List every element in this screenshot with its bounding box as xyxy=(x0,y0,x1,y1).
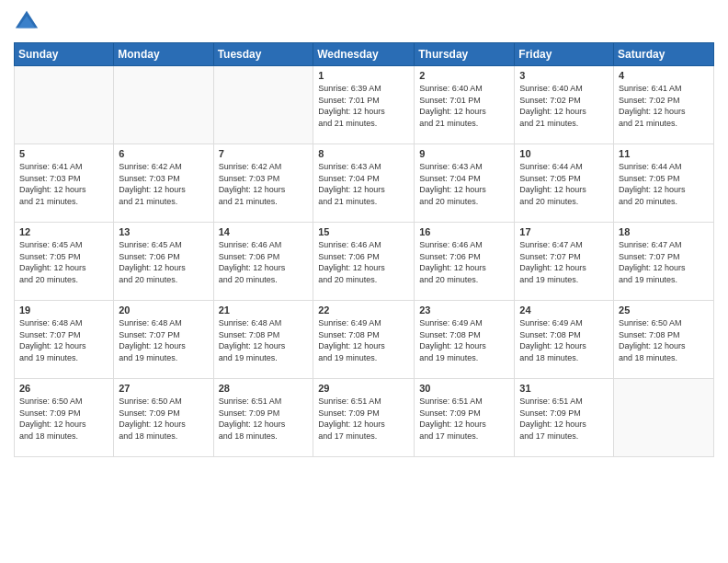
day-number: 28 xyxy=(219,383,309,394)
day-info: Sunrise: 6:50 AMSunset: 7:09 PMDaylight:… xyxy=(19,396,108,442)
calendar-cell: 20Sunrise: 6:48 AMSunset: 7:07 PMDayligh… xyxy=(114,301,213,379)
day-number: 19 xyxy=(19,304,108,316)
day-info: Sunrise: 6:43 AMSunset: 7:04 PMDaylight:… xyxy=(318,161,409,207)
calendar-cell: 24Sunrise: 6:49 AMSunset: 7:08 PMDayligh… xyxy=(515,301,614,379)
weekday-header-wednesday: Wednesday xyxy=(313,43,415,66)
day-info: Sunrise: 6:44 AMSunset: 7:05 PMDaylight:… xyxy=(519,161,609,207)
day-info: Sunrise: 6:48 AMSunset: 7:08 PMDaylight:… xyxy=(219,317,309,363)
day-info: Sunrise: 6:51 AMSunset: 7:09 PMDaylight:… xyxy=(519,396,609,442)
weekday-header-sunday: Sunday xyxy=(15,43,114,66)
day-info: Sunrise: 6:47 AMSunset: 7:07 PMDaylight:… xyxy=(519,239,609,285)
week-row-4: 19Sunrise: 6:48 AMSunset: 7:07 PMDayligh… xyxy=(15,301,714,379)
day-number: 4 xyxy=(619,70,709,81)
day-info: Sunrise: 6:40 AMSunset: 7:01 PMDaylight:… xyxy=(419,83,509,129)
day-info: Sunrise: 6:45 AMSunset: 7:06 PMDaylight:… xyxy=(119,239,208,285)
day-number: 20 xyxy=(119,304,208,316)
calendar-cell: 9Sunrise: 6:43 AMSunset: 7:04 PMDaylight… xyxy=(415,144,515,223)
day-number: 5 xyxy=(19,148,108,159)
calendar-cell: 3Sunrise: 6:40 AMSunset: 7:02 PMDaylight… xyxy=(515,66,614,144)
day-number: 2 xyxy=(419,70,509,81)
week-row-1: 1Sunrise: 6:39 AMSunset: 7:01 PMDaylight… xyxy=(15,66,714,144)
calendar-cell: 10Sunrise: 6:44 AMSunset: 7:05 PMDayligh… xyxy=(515,144,614,223)
day-number: 21 xyxy=(219,304,309,316)
day-number: 27 xyxy=(119,383,208,394)
day-number: 22 xyxy=(318,304,409,316)
day-info: Sunrise: 6:42 AMSunset: 7:03 PMDaylight:… xyxy=(219,161,309,207)
day-info: Sunrise: 6:40 AMSunset: 7:02 PMDaylight:… xyxy=(519,83,609,129)
calendar-cell: 11Sunrise: 6:44 AMSunset: 7:05 PMDayligh… xyxy=(614,144,714,223)
day-info: Sunrise: 6:44 AMSunset: 7:05 PMDaylight:… xyxy=(619,161,709,207)
day-number: 3 xyxy=(519,70,609,81)
day-number: 11 xyxy=(619,148,709,159)
calendar-cell: 6Sunrise: 6:42 AMSunset: 7:03 PMDaylight… xyxy=(114,144,213,223)
day-info: Sunrise: 6:50 AMSunset: 7:08 PMDaylight:… xyxy=(619,317,709,363)
calendar-cell: 7Sunrise: 6:42 AMSunset: 7:03 PMDaylight… xyxy=(213,144,313,223)
weekday-header-monday: Monday xyxy=(114,43,213,66)
day-info: Sunrise: 6:49 AMSunset: 7:08 PMDaylight:… xyxy=(419,317,509,363)
day-info: Sunrise: 6:51 AMSunset: 7:09 PMDaylight:… xyxy=(318,396,409,442)
calendar-cell: 14Sunrise: 6:46 AMSunset: 7:06 PMDayligh… xyxy=(213,223,313,301)
day-info: Sunrise: 6:46 AMSunset: 7:06 PMDaylight:… xyxy=(419,239,509,285)
day-number: 16 xyxy=(419,226,509,237)
day-number: 15 xyxy=(318,226,409,237)
day-number: 7 xyxy=(219,148,309,159)
weekday-header-row: SundayMondayTuesdayWednesdayThursdayFrid… xyxy=(15,43,714,66)
calendar-cell: 23Sunrise: 6:49 AMSunset: 7:08 PMDayligh… xyxy=(415,301,515,379)
day-number: 29 xyxy=(318,383,409,394)
calendar-cell: 13Sunrise: 6:45 AMSunset: 7:06 PMDayligh… xyxy=(114,223,213,301)
day-info: Sunrise: 6:42 AMSunset: 7:03 PMDaylight:… xyxy=(119,161,208,207)
day-number: 25 xyxy=(619,304,709,316)
day-info: Sunrise: 6:46 AMSunset: 7:06 PMDaylight:… xyxy=(219,239,309,285)
calendar-cell: 15Sunrise: 6:46 AMSunset: 7:06 PMDayligh… xyxy=(313,223,415,301)
calendar-cell: 18Sunrise: 6:47 AMSunset: 7:07 PMDayligh… xyxy=(614,223,714,301)
calendar-cell: 19Sunrise: 6:48 AMSunset: 7:07 PMDayligh… xyxy=(15,301,114,379)
day-info: Sunrise: 6:49 AMSunset: 7:08 PMDaylight:… xyxy=(519,317,609,363)
calendar-cell xyxy=(614,379,714,457)
calendar-cell: 16Sunrise: 6:46 AMSunset: 7:06 PMDayligh… xyxy=(415,223,515,301)
day-number: 17 xyxy=(519,226,609,237)
calendar-cell: 22Sunrise: 6:49 AMSunset: 7:08 PMDayligh… xyxy=(313,301,415,379)
calendar-cell: 30Sunrise: 6:51 AMSunset: 7:09 PMDayligh… xyxy=(415,379,515,457)
day-number: 30 xyxy=(419,383,509,394)
day-info: Sunrise: 6:50 AMSunset: 7:09 PMDaylight:… xyxy=(119,396,208,442)
day-info: Sunrise: 6:51 AMSunset: 7:09 PMDaylight:… xyxy=(219,396,309,442)
page: SundayMondayTuesdayWednesdayThursdayFrid… xyxy=(0,0,728,563)
calendar-cell: 31Sunrise: 6:51 AMSunset: 7:09 PMDayligh… xyxy=(515,379,614,457)
calendar-cell: 5Sunrise: 6:41 AMSunset: 7:03 PMDaylight… xyxy=(15,144,114,223)
day-number: 8 xyxy=(318,148,409,159)
week-row-2: 5Sunrise: 6:41 AMSunset: 7:03 PMDaylight… xyxy=(15,144,714,223)
day-info: Sunrise: 6:48 AMSunset: 7:07 PMDaylight:… xyxy=(19,317,108,363)
calendar-cell: 2Sunrise: 6:40 AMSunset: 7:01 PMDaylight… xyxy=(415,66,515,144)
week-row-5: 26Sunrise: 6:50 AMSunset: 7:09 PMDayligh… xyxy=(15,379,714,457)
calendar: SundayMondayTuesdayWednesdayThursdayFrid… xyxy=(14,42,714,457)
day-number: 13 xyxy=(119,226,208,237)
day-info: Sunrise: 6:39 AMSunset: 7:01 PMDaylight:… xyxy=(318,83,409,129)
day-number: 12 xyxy=(19,226,108,237)
day-number: 24 xyxy=(519,304,609,316)
day-number: 14 xyxy=(219,226,309,237)
day-number: 6 xyxy=(119,148,208,159)
day-info: Sunrise: 6:41 AMSunset: 7:02 PMDaylight:… xyxy=(619,83,709,129)
day-info: Sunrise: 6:48 AMSunset: 7:07 PMDaylight:… xyxy=(119,317,208,363)
calendar-cell xyxy=(213,66,313,144)
calendar-cell: 29Sunrise: 6:51 AMSunset: 7:09 PMDayligh… xyxy=(313,379,415,457)
calendar-cell xyxy=(15,66,114,144)
calendar-cell: 28Sunrise: 6:51 AMSunset: 7:09 PMDayligh… xyxy=(213,379,313,457)
weekday-header-thursday: Thursday xyxy=(415,43,515,66)
calendar-cell: 26Sunrise: 6:50 AMSunset: 7:09 PMDayligh… xyxy=(15,379,114,457)
day-number: 9 xyxy=(419,148,509,159)
day-info: Sunrise: 6:47 AMSunset: 7:07 PMDaylight:… xyxy=(619,239,709,285)
day-number: 26 xyxy=(19,383,108,394)
day-info: Sunrise: 6:41 AMSunset: 7:03 PMDaylight:… xyxy=(19,161,108,207)
weekday-header-saturday: Saturday xyxy=(614,43,714,66)
day-info: Sunrise: 6:49 AMSunset: 7:08 PMDaylight:… xyxy=(318,317,409,363)
day-info: Sunrise: 6:45 AMSunset: 7:05 PMDaylight:… xyxy=(19,239,108,285)
calendar-cell: 12Sunrise: 6:45 AMSunset: 7:05 PMDayligh… xyxy=(15,223,114,301)
day-number: 31 xyxy=(519,383,609,394)
day-number: 10 xyxy=(519,148,609,159)
weekday-header-friday: Friday xyxy=(515,43,614,66)
day-number: 18 xyxy=(619,226,709,237)
logo-icon xyxy=(14,9,40,35)
week-row-3: 12Sunrise: 6:45 AMSunset: 7:05 PMDayligh… xyxy=(15,223,714,301)
day-info: Sunrise: 6:46 AMSunset: 7:06 PMDaylight:… xyxy=(318,239,409,285)
